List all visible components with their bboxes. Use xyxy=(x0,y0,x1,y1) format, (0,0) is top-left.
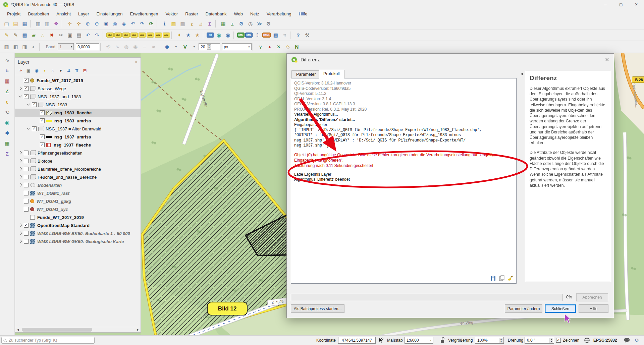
droplet-caret-icon[interactable]: ▾ xyxy=(172,43,180,51)
delete-selected-icon[interactable]: ✖ xyxy=(48,31,56,39)
stroke-width-spinner[interactable]: 20 ▲▼ xyxy=(199,43,220,50)
layer-row[interactable]: WT_DGM1_gpkg xyxy=(15,197,141,205)
expander-icon[interactable] xyxy=(18,150,23,156)
cancel-button[interactable]: Abbrechen xyxy=(576,293,608,301)
layer-checkbox[interactable] xyxy=(40,134,45,139)
layer-row[interactable]: NSG_1937 = Alter Bannwald xyxy=(15,125,141,133)
layer-row[interactable]: Funde_WT_2017_2019 xyxy=(15,76,141,84)
expander-icon[interactable] xyxy=(18,198,23,204)
menu-item[interactable]: Einstellungen xyxy=(93,10,126,18)
layer-label[interactable]: nsg_1937_flaeche xyxy=(54,142,91,148)
save-edits-icon[interactable]: ▦ xyxy=(20,31,29,39)
lock-icon[interactable] xyxy=(440,337,445,343)
current-edits-icon[interactable]: ✎ xyxy=(2,31,11,39)
layer-label[interactable]: NSG_1937 = Alter Bannwald xyxy=(46,126,101,131)
topology-icon[interactable]: ✕ xyxy=(274,43,283,51)
vertex-tool-icon[interactable]: ∴ xyxy=(39,31,47,39)
zoom-out-icon[interactable]: ⊖ xyxy=(93,20,101,28)
pan-to-selection-icon[interactable]: ✜ xyxy=(74,20,83,28)
maximize-button[interactable]: ▢ xyxy=(613,0,629,9)
field-calculator-icon[interactable]: ± xyxy=(228,20,236,28)
callout-icon[interactable]: abc xyxy=(163,33,170,38)
tab-protokoll[interactable]: Protokoll xyxy=(319,70,344,78)
simplify-feature-icon[interactable]: ∿ xyxy=(113,43,121,51)
layer-label[interactable]: Strasse_Wege xyxy=(38,86,66,91)
menu-item[interactable]: Raster xyxy=(181,10,202,18)
grid-tool-icon[interactable]: ▦ xyxy=(3,139,11,148)
new-project-icon[interactable]: ▢ xyxy=(2,20,11,28)
change-parameters-button[interactable]: Parameter ändern xyxy=(505,304,542,313)
layer-checkbox[interactable] xyxy=(40,142,45,147)
zoom-to-layer-icon[interactable]: ◈ xyxy=(120,20,128,28)
magnifier-spinner[interactable]: 100% ▲▼ xyxy=(475,337,504,344)
layer-row[interactable]: nsg_1983_umriss xyxy=(15,117,141,125)
extent-pointer-icon[interactable] xyxy=(378,337,384,343)
add-group-icon[interactable]: ▣ xyxy=(25,67,32,74)
filter-expression-icon[interactable]: ε xyxy=(49,67,56,74)
grid-icon[interactable]: ⌗ xyxy=(280,31,289,39)
cut-features-icon[interactable]: ✂ xyxy=(57,31,65,39)
layer-label[interactable]: NSG_1983 xyxy=(46,102,67,107)
remove-layer-icon[interactable]: ⊟ xyxy=(81,67,89,74)
python-console-icon[interactable]: ≫ xyxy=(255,20,264,28)
layer-label[interactable]: Pflanzengesellschaften xyxy=(38,151,83,156)
digitize-node-icon[interactable]: N xyxy=(292,43,301,51)
layer-checkbox[interactable] xyxy=(24,231,29,236)
raster-stretch-icon[interactable]: ◧ xyxy=(11,43,20,51)
menu-item[interactable]: Hilfe xyxy=(295,10,311,18)
expander-icon[interactable] xyxy=(26,126,31,131)
rotate-feature-icon[interactable]: ⟲ xyxy=(104,43,112,51)
clear-log-icon[interactable] xyxy=(507,275,514,281)
save-log-icon[interactable] xyxy=(490,275,496,281)
collapse-panel-icon[interactable]: ◀ xyxy=(521,72,523,75)
menu-item[interactable]: Projekt xyxy=(3,10,24,18)
web-service-icon[interactable]: ◉ xyxy=(224,31,232,39)
deselect-features-icon[interactable]: ▧ xyxy=(178,20,187,28)
paste-features-icon[interactable]: ▤ xyxy=(75,31,83,39)
zoom-last-icon[interactable]: ↶ xyxy=(129,20,137,28)
zoom-full-icon[interactable]: ▣ xyxy=(102,20,110,28)
layer-label[interactable]: Baumfreie_offene_Moorbereiche xyxy=(38,167,101,172)
menu-item[interactable]: Bearbeiten xyxy=(24,10,53,18)
dxf-export-icon[interactable]: ⇩ xyxy=(253,31,262,39)
separator[interactable] xyxy=(215,20,218,27)
print-layout-icon[interactable]: ▥ xyxy=(34,20,42,28)
metasearch-icon[interactable]: ◉ xyxy=(215,31,223,39)
show-bookmarks-icon[interactable]: ★ xyxy=(193,31,202,39)
layer-checkbox[interactable] xyxy=(24,94,29,99)
label-move-icon[interactable]: abc xyxy=(122,33,130,38)
expand-all-icon[interactable]: ⇊ xyxy=(65,67,72,74)
separator[interactable] xyxy=(62,20,64,27)
separator[interactable] xyxy=(233,32,236,39)
run-as-batch-button[interactable]: Als Batchprozess starten... xyxy=(291,304,344,313)
horizontal-scrollbar[interactable]: ◀ ▶ xyxy=(15,327,141,332)
tracing-icon[interactable]: ⋎ xyxy=(256,43,265,51)
offset-curve-icon[interactable]: ≡ xyxy=(140,43,149,51)
koordinate-input[interactable]: 474641,5397147 xyxy=(338,337,376,344)
layer-row[interactable]: Biotope xyxy=(15,157,141,165)
kml-import-icon[interactable]: KML xyxy=(245,33,253,38)
layer-row[interactable]: WMS LGRB-BW GK50: Geologische Karte xyxy=(15,237,141,245)
layer-checkbox[interactable] xyxy=(24,78,29,83)
layer-checkbox[interactable] xyxy=(24,159,29,163)
curve-caret-icon[interactable]: ▾ xyxy=(190,43,198,51)
band-select[interactable]: 1▾ xyxy=(58,43,74,50)
raster-colors-icon[interactable]: ◐ xyxy=(30,43,38,51)
statistics-icon[interactable]: Σ xyxy=(206,20,214,28)
zoom-next-icon[interactable]: ↷ xyxy=(138,20,146,28)
layer-row[interactable]: nsg_1937_umriss xyxy=(15,133,141,141)
layer-label[interactable]: WT_DGM1_gpkg xyxy=(37,199,71,204)
layer-checkbox[interactable] xyxy=(24,199,29,204)
html-export-icon[interactable]: HTML xyxy=(262,33,271,38)
temporal-controller-icon[interactable]: ◷ xyxy=(246,20,255,28)
toggle-editing-icon[interactable]: ✎ xyxy=(11,31,20,39)
select-features-icon[interactable]: ▨ xyxy=(169,20,178,28)
save-project-icon[interactable]: ▦ xyxy=(20,20,29,28)
layer-checkbox[interactable] xyxy=(24,183,29,187)
processing-toolbox-icon[interactable]: ⚙ xyxy=(237,20,246,28)
refresh-arrows-icon[interactable]: ⟳ xyxy=(635,337,639,343)
layer-label[interactable]: WMS LGRB-BW BK50: Bodenkarte 1 : 50 000 xyxy=(37,231,130,236)
label-change-icon[interactable]: abc xyxy=(139,33,146,38)
refresh-map-icon[interactable]: ⟳ xyxy=(147,20,155,28)
map-tips-icon[interactable]: ✦ xyxy=(175,31,183,39)
